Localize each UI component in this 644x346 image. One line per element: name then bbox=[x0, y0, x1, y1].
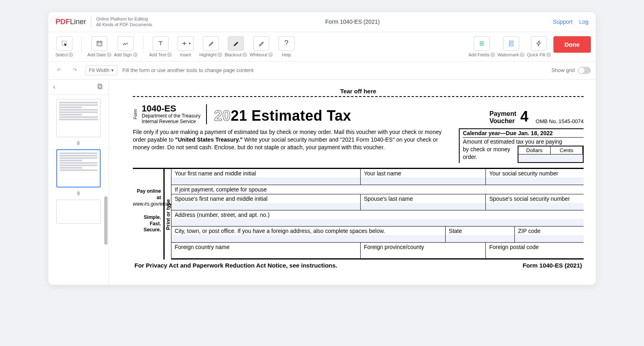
document-title: Form 1040-ES (2021) bbox=[152, 19, 553, 25]
signature-icon bbox=[122, 40, 129, 47]
state-input[interactable] bbox=[446, 235, 514, 242]
last-name-input[interactable] bbox=[361, 177, 485, 185]
field-label: Foreign country name bbox=[175, 244, 229, 250]
tagline: Online Platform for Editing All Kinds of… bbox=[96, 16, 152, 28]
hint-text: Fill the form or use another tools to ch… bbox=[122, 67, 254, 73]
page-thumbnail[interactable] bbox=[56, 200, 101, 224]
field-label: Your first name and middle initial bbox=[175, 170, 256, 177]
form-title: 2021 Estimated Tax bbox=[214, 107, 351, 124]
spouse-first-name-input[interactable] bbox=[171, 203, 360, 210]
form-number: 1040-ES bbox=[142, 104, 200, 113]
print-or-type-label: Print or type bbox=[163, 169, 171, 260]
address-input[interactable] bbox=[171, 219, 584, 226]
dept-line-2: Internal Revenue Service bbox=[142, 119, 200, 124]
field-label: ZIP code bbox=[518, 228, 541, 234]
watermark-tool[interactable]: Watermark? bbox=[497, 36, 524, 57]
field-label: City, town, or post office. If you have … bbox=[175, 228, 385, 234]
dollars-input[interactable] bbox=[518, 154, 551, 162]
redo-button[interactable]: ↷ bbox=[69, 65, 80, 76]
chevron-down-icon: ▾ bbox=[111, 67, 114, 73]
logo: PDFLiner bbox=[56, 18, 86, 26]
blackout-tool[interactable]: Blackout? bbox=[225, 36, 247, 57]
main-area: ‹ 8 9 Tear off here Form bbox=[48, 80, 596, 285]
thumbnail-page-number: 9 bbox=[77, 191, 80, 196]
voucher-number: 4 bbox=[520, 110, 528, 123]
whiteout-icon bbox=[258, 40, 265, 47]
highlighter-icon bbox=[207, 40, 215, 47]
ssn-input[interactable] bbox=[486, 177, 584, 185]
whiteout-tool[interactable]: Whiteout? bbox=[250, 36, 272, 57]
dollars-header: Dollars bbox=[518, 146, 551, 154]
document-canvas[interactable]: Tear off here Form 1040-ES Department of… bbox=[109, 80, 596, 285]
show-grid-toggle[interactable]: Show grid bbox=[551, 67, 591, 74]
log-link[interactable]: Log bbox=[579, 19, 588, 25]
form-header: Form 1040-ES Department of the Treasury … bbox=[133, 104, 584, 125]
city-input[interactable] bbox=[171, 235, 445, 242]
quick-fill-tool[interactable]: Quick Fill? bbox=[527, 36, 551, 57]
toolbar-separator bbox=[81, 36, 82, 54]
toolbar: Select? Add Date? Add Sign? Add Text? ▾ … bbox=[48, 32, 596, 62]
thumbnail-page-number: 8 bbox=[77, 140, 80, 146]
page-thumbnail[interactable] bbox=[56, 99, 101, 137]
logo-divider bbox=[91, 16, 91, 27]
field-label: Your last name bbox=[364, 170, 401, 177]
first-name-input[interactable] bbox=[171, 177, 360, 185]
undo-button[interactable]: ↶ bbox=[53, 65, 64, 76]
foreign-postal-input[interactable] bbox=[486, 251, 584, 258]
support-link[interactable]: Support bbox=[553, 19, 573, 25]
foreign-country-input[interactable] bbox=[171, 251, 360, 258]
select-tool[interactable]: Select? bbox=[53, 36, 76, 57]
dollars-cents-table: Dollars Cents bbox=[518, 146, 584, 163]
zoom-select[interactable]: Fit Width ▾ bbox=[85, 65, 118, 75]
field-label: Your social security number bbox=[489, 170, 558, 177]
calendar-icon bbox=[96, 40, 103, 47]
foreign-province-input[interactable] bbox=[361, 251, 485, 258]
add-fields-tool[interactable]: Add Fields? bbox=[469, 36, 495, 57]
watermark-icon bbox=[508, 40, 515, 47]
cursor-icon bbox=[61, 40, 68, 47]
tear-off-label: Tear off here bbox=[133, 88, 584, 95]
text-icon bbox=[157, 40, 164, 47]
add-date-tool[interactable]: Add Date? bbox=[87, 36, 111, 57]
form-vertical-label: Form bbox=[133, 109, 138, 119]
calendar-due: Calendar year—Due Jan. 18, 2022 bbox=[463, 129, 584, 138]
svg-rect-4 bbox=[99, 85, 102, 89]
field-label: Foreign postal code bbox=[489, 244, 539, 250]
cents-input[interactable] bbox=[551, 154, 583, 162]
payment-voucher-label: PaymentVoucher bbox=[489, 110, 516, 124]
field-label: Address (number, street, and apt. no.) bbox=[175, 212, 270, 218]
pages-icon[interactable] bbox=[96, 83, 103, 91]
privacy-notice: For Privacy Act and Paperwork Reduction … bbox=[134, 262, 337, 269]
toggle-switch[interactable] bbox=[578, 67, 591, 74]
field-label: State bbox=[449, 228, 462, 234]
by-check-label: by check or money order. bbox=[463, 146, 514, 160]
question-icon: ? bbox=[285, 39, 289, 47]
add-text-tool[interactable]: Add Text? bbox=[149, 36, 172, 57]
add-sign-tool[interactable]: Add Sign? bbox=[114, 36, 138, 57]
field-label: Spouse's first name and middle initial bbox=[175, 196, 268, 202]
help-tool[interactable]: ? Help bbox=[275, 36, 298, 57]
sidebar-scrollbar[interactable] bbox=[104, 104, 107, 281]
tear-line bbox=[133, 96, 584, 97]
cents-header: Cents bbox=[551, 146, 583, 154]
sidebar-back-button[interactable]: ‹ bbox=[53, 83, 55, 91]
payment-box: Calendar year—Due Jan. 18, 2022 Amount o… bbox=[459, 128, 584, 163]
highlight-tool[interactable]: Highlight? bbox=[199, 36, 222, 57]
form-footer-id: Form 1040-ES (2021) bbox=[522, 262, 582, 269]
page-thumbnail-active[interactable] bbox=[56, 149, 101, 187]
insert-tool[interactable]: ▾ Insert bbox=[174, 36, 197, 57]
field-label: Spouse's social security number bbox=[489, 196, 570, 202]
fields-icon bbox=[478, 40, 485, 47]
logo-block: PDFLiner Online Platform for Editing All… bbox=[56, 16, 152, 28]
dept-line-1: Department of the Treasury bbox=[142, 113, 200, 119]
done-button[interactable]: Done bbox=[553, 36, 591, 53]
zip-input[interactable] bbox=[515, 235, 584, 242]
app-window: PDFLiner Online Platform for Editing All… bbox=[48, 12, 596, 285]
field-label: Foreign province/county bbox=[364, 244, 424, 250]
toolbar-separator bbox=[143, 36, 144, 54]
thumbnail-sidebar: ‹ 8 9 bbox=[48, 80, 109, 285]
plus-icon bbox=[181, 40, 188, 47]
blackout-icon bbox=[232, 40, 239, 47]
spouse-ssn-input[interactable] bbox=[486, 203, 584, 210]
spouse-last-name-input[interactable] bbox=[361, 203, 485, 210]
